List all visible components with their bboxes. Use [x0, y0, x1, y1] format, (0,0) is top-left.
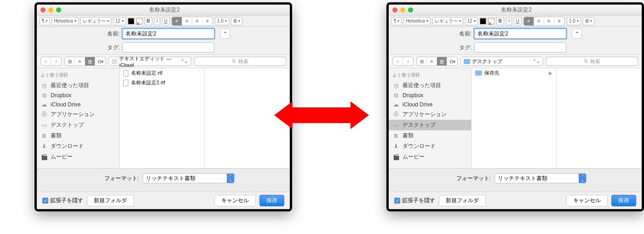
location-popup[interactable]: テキストエディット — iCloud⌃⌄ — [109, 57, 191, 66]
svg-line-1 — [235, 62, 236, 63]
doc-icon — [123, 70, 128, 76]
dropbox-icon: ⧉ — [40, 92, 48, 99]
filename-input[interactable] — [474, 29, 566, 39]
underline-button[interactable]: U — [162, 17, 170, 25]
collapse-button[interactable]: ⌃ — [220, 29, 230, 39]
sidebar-item-applications[interactable]: Ⓐアプリケーション — [389, 109, 471, 120]
movie-icon: 🎬 — [392, 154, 400, 160]
tag-input[interactable] — [474, 42, 566, 53]
save-button[interactable]: 保存 — [611, 195, 636, 206]
sidebar-item-applications[interactable]: Ⓐアプリケーション — [37, 109, 119, 120]
chevron-updown-icon: ⌃⌄ — [227, 174, 234, 183]
new-folder-button[interactable]: 新規フォルダ — [87, 195, 134, 206]
view-mode[interactable]: ⊞≡▥⊟▾ — [64, 57, 106, 66]
cancel-button[interactable]: キャンセル — [214, 195, 256, 206]
sidebar-header: よく使う項目 — [389, 71, 471, 80]
file-item[interactable]: 名称未設定.rtf — [120, 68, 204, 78]
sidebar-item-movies[interactable]: 🎬ムービー — [37, 152, 119, 162]
titlebar: 名称未設定2 — [37, 5, 290, 16]
font-family-select[interactable]: Helvetica▾ — [52, 17, 78, 25]
new-folder-button[interactable]: 新規フォルダ — [439, 195, 486, 206]
nav-toolbar: ‹› ⊞≡▥⊟▾ テキストエディット — iCloud⌃⌄ 検索 — [37, 54, 290, 68]
nav-back-forward[interactable]: ‹› — [392, 57, 414, 66]
list-style[interactable]: ≣▾ — [583, 17, 594, 25]
format-select[interactable]: リッチテキスト書類⌃⌄ — [143, 173, 235, 183]
search-icon — [232, 59, 236, 64]
bold-button[interactable]: B — [496, 17, 504, 25]
font-style-select[interactable]: レギュラー▾ — [432, 17, 463, 25]
save-dialog-before: 名称未設定2 ¶▾ Helvetica▾ レギュラー▾ 12▾ ✕ B I U … — [34, 2, 292, 211]
list-style[interactable]: ≣▾ — [231, 17, 242, 25]
name-label: 名前: — [389, 30, 472, 38]
italic-button[interactable]: I — [154, 17, 160, 25]
textedit-icon — [112, 59, 117, 64]
tag-input[interactable] — [122, 42, 214, 53]
save-button[interactable]: 保存 — [259, 195, 284, 206]
view-mode[interactable]: ⊞≡▥⊟▾ — [416, 57, 458, 66]
file-column-1[interactable]: 名称未設定.rtf 名称未設定2.rtf — [120, 68, 205, 168]
sidebar-item-recents[interactable]: ◷最近使った項目 — [389, 80, 471, 91]
italic-button[interactable]: I — [506, 17, 512, 25]
format-select[interactable]: リッチテキスト書類⌃⌄ — [494, 173, 586, 183]
search-input[interactable]: 検索 — [546, 57, 638, 66]
bottom-panel: フォーマット: リッチテキスト書類⌃⌄ — [37, 169, 290, 192]
line-spacing[interactable]: 1.0▾ — [567, 17, 581, 25]
nav-back-forward[interactable]: ‹› — [40, 57, 62, 66]
highlight-color[interactable]: ✕ — [488, 18, 494, 24]
font-size-select[interactable]: 12▾ — [113, 17, 126, 25]
paragraph-style[interactable]: ¶▾ — [40, 17, 50, 25]
text-color[interactable] — [128, 18, 134, 24]
line-spacing[interactable]: 1.0▾ — [215, 17, 229, 25]
sidebar-item-desktop[interactable]: ▭デスクトップ — [389, 120, 471, 130]
cloud-icon: ☁ — [40, 101, 48, 108]
doc-icon — [123, 80, 128, 86]
location-popup[interactable]: デスクトップ⌃⌄ — [460, 57, 543, 66]
save-dialog-after: 名称未設定2 ¶▾ Helvetica▾ レギュラー▾ 12▾ ✕ B I U … — [386, 2, 644, 211]
font-family-select[interactable]: Helvetica▾ — [403, 17, 430, 25]
folder-icon — [475, 70, 482, 76]
doc-icon: 🗎 — [40, 133, 48, 139]
file-item[interactable]: 保存先▶ — [472, 68, 556, 78]
bold-button[interactable]: B — [144, 17, 152, 25]
file-column-2[interactable] — [557, 68, 642, 168]
font-style-select[interactable]: レギュラー▾ — [80, 17, 111, 25]
text-align[interactable]: ≡≡≡≡ — [523, 17, 565, 26]
sidebar-item-downloads[interactable]: ⬇ダウンロード — [389, 141, 471, 152]
sidebar-item-desktop[interactable]: ▭デスクトップ — [37, 120, 119, 130]
movie-icon: 🎬 — [40, 154, 48, 160]
nav-toolbar: ‹› ⊞≡▥⊟▾ デスクトップ⌃⌄ 検索 — [389, 54, 642, 68]
file-browser: よく使う項目 ◷最近使った項目 ⧉Dropbox ☁iCloud Drive Ⓐ… — [389, 68, 642, 169]
collapse-button[interactable]: ⌃ — [572, 29, 582, 39]
sidebar: よく使う項目 ◷最近使った項目 ⧉Dropbox ☁iCloud Drive Ⓐ… — [37, 68, 120, 168]
sidebar-item-downloads[interactable]: ⬇ダウンロード — [37, 141, 119, 152]
cancel-button[interactable]: キャンセル — [566, 195, 608, 206]
sidebar-item-dropbox[interactable]: ⧉Dropbox — [389, 91, 471, 100]
format-label: フォーマット: — [42, 175, 139, 182]
file-column-1[interactable]: 保存先▶ — [472, 68, 557, 168]
highlight-color[interactable]: ✕ — [136, 18, 143, 24]
file-item[interactable]: 名称未設定2.rtf — [120, 78, 204, 88]
font-size-select[interactable]: 12▾ — [465, 17, 478, 25]
sidebar-item-icloud[interactable]: ☁iCloud Drive — [37, 100, 119, 109]
text-align[interactable]: ≡≡≡≡ — [172, 17, 213, 26]
titlebar: 名称未設定2 — [389, 5, 642, 16]
search-icon — [584, 59, 588, 64]
filename-input[interactable] — [122, 29, 214, 39]
sidebar-item-documents[interactable]: 🗎書類 — [37, 130, 119, 141]
svg-line-3 — [586, 62, 588, 63]
save-panel: 名前: ⌃ タグ: ‹› ⊞≡▥⊟▾ テキストエディット — iCloud⌃⌄ … — [37, 27, 290, 209]
hide-extension-checkbox[interactable]: ✓拡張子を隠す — [42, 197, 83, 205]
window-title: 名称未設定2 — [43, 6, 286, 14]
doc-icon: 🗎 — [392, 133, 400, 139]
sidebar-item-documents[interactable]: 🗎書類 — [389, 130, 471, 141]
text-color[interactable] — [480, 18, 486, 24]
sidebar-item-icloud[interactable]: ☁iCloud Drive — [389, 100, 471, 109]
sidebar-header: よく使う項目 — [37, 71, 119, 80]
sidebar-item-movies[interactable]: 🎬ムービー — [389, 152, 471, 162]
sidebar-item-dropbox[interactable]: ⧉Dropbox — [37, 91, 119, 100]
underline-button[interactable]: U — [514, 17, 522, 25]
sidebar-item-recents[interactable]: ◷最近使った項目 — [37, 80, 119, 91]
paragraph-style[interactable]: ¶▾ — [391, 17, 402, 25]
search-input[interactable]: 検索 — [194, 57, 286, 66]
hide-extension-checkbox[interactable]: ✓拡張子を隠す — [394, 197, 435, 205]
